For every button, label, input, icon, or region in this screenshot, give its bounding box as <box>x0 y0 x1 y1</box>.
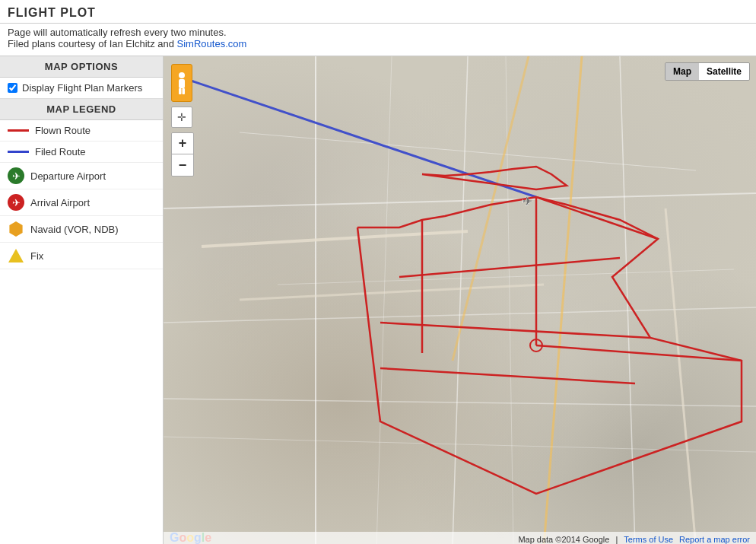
terms-of-use-link[interactable]: Terms of Use <box>624 535 673 544</box>
fix-label: Fix <box>30 250 43 262</box>
legend-navaid: Navaid (VOR, NDB) <box>0 216 163 243</box>
arrival-label: Arrival Airport <box>30 197 90 208</box>
fix-icon <box>8 249 24 262</box>
legend-filed-route: Filed Route <box>0 142 163 163</box>
map-footer: Map data ©2014 Google | Terms of Use Rep… <box>164 532 756 544</box>
map-container[interactable]: ✈ ✈ ✛ + − Map Sat <box>164 56 756 544</box>
svg-rect-28 <box>179 79 185 88</box>
svg-line-16 <box>186 79 536 197</box>
svg-rect-30 <box>183 88 186 94</box>
departure-label: Departure Airport <box>30 170 106 182</box>
flown-route-line <box>8 129 29 132</box>
map-controls: ✛ + − <box>171 64 194 177</box>
zoom-in-button[interactable]: + <box>172 133 193 154</box>
svg-line-21 <box>399 258 620 277</box>
attribution-prefix: Filed plans courtesy of Ian Elchitz and <box>8 38 177 49</box>
map-options-title: MAP OPTIONS <box>0 56 163 78</box>
zoom-controls: + − <box>171 132 194 177</box>
arrival-icon-container: ✈ <box>8 194 24 211</box>
auto-refresh-text: Page will automatically refresh every tw… <box>8 27 748 38</box>
map-type-map-button[interactable]: Map <box>665 63 699 80</box>
legend-arrival: ✈ Arrival Airport <box>0 189 163 216</box>
svg-rect-29 <box>179 88 182 94</box>
filed-route-line <box>8 151 29 153</box>
legend-departure: ✈ Departure Airport <box>0 163 163 189</box>
pegman-button[interactable] <box>171 64 192 102</box>
subtitle-area: Page will automatically refresh every tw… <box>0 24 756 56</box>
zoom-out-button[interactable]: − <box>172 154 193 176</box>
departure-icon-container: ✈ <box>8 167 24 184</box>
flown-route-label: Flown Route <box>35 125 91 136</box>
move-control[interactable]: ✛ <box>171 107 192 128</box>
display-markers-label: Display Flight Plan Markers <box>22 82 142 94</box>
display-markers-row: Display Flight Plan Markers <box>0 78 163 99</box>
page-title: FLIGHT PLOT <box>0 0 756 24</box>
svg-line-20 <box>380 368 635 383</box>
navaid-icon-container <box>8 221 24 237</box>
departure-icon: ✈ <box>8 167 24 184</box>
map-type-satellite-button[interactable]: Satellite <box>699 63 749 80</box>
svg-text:✈: ✈ <box>523 195 532 208</box>
navaid-label: Navaid (VOR, NDB) <box>30 224 119 235</box>
footer-separator: | <box>615 535 618 544</box>
display-markers-checkbox[interactable] <box>8 83 17 93</box>
sidebar: MAP OPTIONS Display Flight Plan Markers … <box>0 56 164 544</box>
report-error-link[interactable]: Report a map error <box>679 535 750 544</box>
legend-flown-route: Flown Route <box>0 120 163 142</box>
flight-routes-svg: ✈ ✈ <box>164 56 756 544</box>
navaid-icon <box>8 221 24 237</box>
svg-line-23 <box>536 197 658 239</box>
attribution-text: Filed plans courtesy of Ian Elchitz and … <box>8 38 748 49</box>
fix-icon-container <box>8 247 24 264</box>
svg-point-27 <box>179 72 185 78</box>
map-type-controls: Map Satellite <box>665 62 750 81</box>
legend-fix: Fix <box>0 243 163 269</box>
map-data-text: Map data ©2014 Google <box>518 535 609 544</box>
filed-route-label: Filed Route <box>35 146 85 157</box>
attribution-link[interactable]: SimRoutes.com <box>177 38 247 49</box>
main-layout: MAP OPTIONS Display Flight Plan Markers … <box>0 56 756 544</box>
svg-line-19 <box>380 323 650 338</box>
arrival-icon: ✈ <box>8 194 24 211</box>
map-legend-title: MAP LEGEND <box>0 99 163 120</box>
